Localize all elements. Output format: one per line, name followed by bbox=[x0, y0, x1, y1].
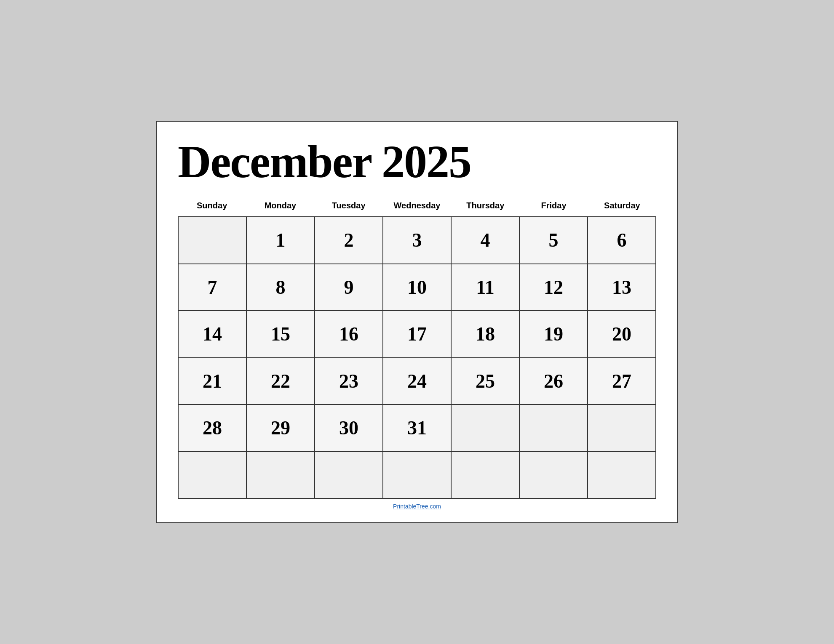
calendar-cell bbox=[520, 405, 588, 452]
calendar-cell: 25 bbox=[452, 358, 520, 405]
calendar-cell bbox=[588, 452, 656, 499]
calendar-cell: 7 bbox=[179, 264, 247, 311]
calendar-cell bbox=[452, 405, 520, 452]
calendar-cell: 3 bbox=[383, 217, 452, 264]
day-header-tuesday: Tuesday bbox=[315, 197, 383, 214]
calendar-cell: 6 bbox=[588, 217, 656, 264]
calendar-cell: 12 bbox=[520, 264, 588, 311]
footer-link[interactable]: PrintableTree.com bbox=[393, 503, 441, 510]
day-header-sunday: Sunday bbox=[178, 197, 246, 214]
calendar-cell: 26 bbox=[520, 358, 588, 405]
day-headers: SundayMondayTuesdayWednesdayThursdayFrid… bbox=[178, 197, 656, 214]
calendar-cell: 9 bbox=[315, 264, 383, 311]
calendar-cell: 29 bbox=[247, 405, 315, 452]
calendar-cell: 22 bbox=[247, 358, 315, 405]
calendar-container: SundayMondayTuesdayWednesdayThursdayFrid… bbox=[178, 197, 656, 499]
footer: PrintableTree.com bbox=[178, 499, 656, 510]
calendar-cell: 31 bbox=[383, 405, 452, 452]
calendar-cell: 4 bbox=[452, 217, 520, 264]
calendar-cell: 20 bbox=[588, 311, 656, 358]
day-header-friday: Friday bbox=[519, 197, 588, 214]
calendar-page: December 2025 SundayMondayTuesdayWednesd… bbox=[156, 121, 678, 523]
calendar-cell bbox=[588, 405, 656, 452]
calendar-cell: 1 bbox=[247, 217, 315, 264]
calendar-cell: 30 bbox=[315, 405, 383, 452]
calendar-cell bbox=[179, 217, 247, 264]
calendar-cell: 28 bbox=[179, 405, 247, 452]
calendar-cell: 19 bbox=[520, 311, 588, 358]
day-header-thursday: Thursday bbox=[451, 197, 519, 214]
calendar-cell: 27 bbox=[588, 358, 656, 405]
calendar-cell: 24 bbox=[383, 358, 452, 405]
calendar-cell bbox=[520, 452, 588, 499]
calendar-cell bbox=[452, 452, 520, 499]
calendar-cell: 15 bbox=[247, 311, 315, 358]
calendar-cell: 2 bbox=[315, 217, 383, 264]
calendar-cell bbox=[315, 452, 383, 499]
calendar-cell: 16 bbox=[315, 311, 383, 358]
calendar-cell: 13 bbox=[588, 264, 656, 311]
calendar-cell: 14 bbox=[179, 311, 247, 358]
calendar-cell: 23 bbox=[315, 358, 383, 405]
day-header-saturday: Saturday bbox=[588, 197, 656, 214]
calendar-cell: 10 bbox=[383, 264, 452, 311]
calendar-cell bbox=[247, 452, 315, 499]
calendar-cell: 18 bbox=[452, 311, 520, 358]
calendar-cell: 21 bbox=[179, 358, 247, 405]
calendar-cell bbox=[179, 452, 247, 499]
month-title: December 2025 bbox=[178, 138, 656, 185]
day-header-wednesday: Wednesday bbox=[383, 197, 451, 214]
calendar-cell: 8 bbox=[247, 264, 315, 311]
calendar-cell: 11 bbox=[452, 264, 520, 311]
calendar-cell: 5 bbox=[520, 217, 588, 264]
calendar-cell: 17 bbox=[383, 311, 452, 358]
day-header-monday: Monday bbox=[246, 197, 314, 214]
calendar-grid: 1234567891011121314151617181920212223242… bbox=[178, 216, 656, 499]
calendar-cell bbox=[383, 452, 452, 499]
